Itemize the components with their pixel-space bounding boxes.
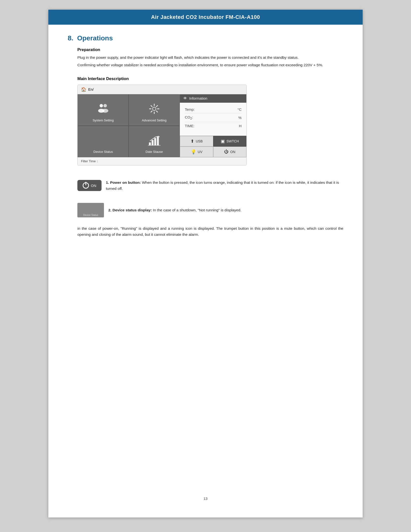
device-status-section: Device Status 2. Device status display: … bbox=[77, 203, 343, 217]
tile-advanced-setting-icon bbox=[148, 103, 160, 116]
svg-point-13 bbox=[153, 107, 156, 110]
svg-line-11 bbox=[156, 105, 158, 107]
btn-on[interactable]: ⏻ ON bbox=[213, 147, 246, 157]
device-status-description: 2. Device status display: In the case of… bbox=[108, 207, 343, 213]
uv-icon: 💡 bbox=[191, 149, 196, 154]
tile-system-setting-icon bbox=[97, 103, 110, 116]
on-icon: ⏻ bbox=[224, 149, 228, 154]
preparation-heading: Preparation bbox=[77, 48, 343, 52]
ui-info-header: 👁 Information bbox=[180, 94, 246, 103]
on-label: ON bbox=[230, 150, 235, 154]
usb-label: USB bbox=[196, 139, 203, 143]
main-interface-heading: Main Interface Description bbox=[77, 76, 343, 81]
tile-date-stause: Date Stause bbox=[129, 126, 180, 157]
svg-point-0 bbox=[100, 104, 103, 107]
device-status-para2-block: in the case of power-on, "Running" is di… bbox=[77, 226, 343, 239]
uv-label: UV bbox=[198, 150, 202, 154]
preparation-para1: Plug in the power supply, and the power … bbox=[77, 55, 343, 61]
power-button-description: 1. Power on button: When the button is p… bbox=[106, 180, 343, 192]
swtch-icon: ▣ bbox=[221, 139, 225, 144]
device-status-image: Device Status bbox=[77, 203, 104, 217]
ui-screenshot-panel: 🏠 En/ bbox=[77, 85, 247, 165]
device-status-desc-bold: 2. Device status display: bbox=[108, 208, 152, 212]
device-status-para2: in the case of power-on, "Running" is di… bbox=[77, 226, 343, 238]
svg-line-9 bbox=[151, 105, 152, 107]
info-val-temp: °C bbox=[237, 107, 242, 112]
btn-uv[interactable]: 💡 UV bbox=[180, 147, 213, 157]
usb-icon: ⬆ bbox=[190, 139, 194, 144]
info-header-label: Information bbox=[189, 96, 207, 100]
svg-rect-14 bbox=[149, 142, 151, 145]
topbar-path: En/ bbox=[88, 87, 94, 91]
info-key-co2: CO2: bbox=[185, 115, 193, 120]
svg-rect-16 bbox=[154, 138, 156, 145]
svg-line-12 bbox=[151, 111, 152, 113]
svg-rect-17 bbox=[157, 137, 159, 145]
section-title: 8. Operations bbox=[68, 34, 113, 42]
tile-system-setting-label: System Setting bbox=[93, 118, 114, 122]
tile-device-status: Device Status bbox=[78, 126, 129, 157]
ui-topbar: 🏠 En/ bbox=[78, 85, 246, 94]
btn-usb[interactable]: ⬆ USB bbox=[180, 136, 213, 147]
swtch-label: SWTCH bbox=[226, 139, 239, 143]
page-header: Air Jacketed CO2 Incubator FM-CIA-A100 bbox=[48, 10, 363, 25]
info-row-temp: Temp: °C bbox=[185, 106, 242, 114]
tile-date-stause-icon bbox=[148, 136, 160, 147]
page-number: 13 bbox=[68, 492, 343, 503]
ui-info-body: Temp: °C CO2: % TIME: H bbox=[180, 103, 246, 136]
ui-right-panel: 👁 Information Temp: °C CO2: bbox=[180, 94, 246, 157]
info-val-co2: % bbox=[238, 116, 242, 120]
device-status-label: Device Status bbox=[83, 214, 98, 216]
tile-date-stause-label: Date Stause bbox=[146, 150, 163, 153]
power-button-image: ON bbox=[77, 180, 102, 191]
info-row-time: TIME: H bbox=[185, 122, 242, 130]
power-button-label: ON bbox=[91, 183, 96, 188]
tile-advanced-setting: Advanced Setting bbox=[129, 94, 180, 126]
page-content: 8. Operations Preparation Plug in the po… bbox=[48, 25, 363, 517]
power-button-desc-bold: 1. Power on button: bbox=[106, 180, 141, 184]
section-heading-block: 8. Operations bbox=[68, 34, 343, 42]
info-row-co2: CO2: % bbox=[185, 114, 242, 122]
btn-swtch[interactable]: ▣ SWTCH bbox=[213, 136, 246, 147]
ui-tiles-grid: System Setting bbox=[78, 94, 180, 157]
main-interface-block: Main Interface Description 🏠 En/ bbox=[77, 76, 343, 165]
power-button-desc-text: When the button is pressed, the icon tur… bbox=[106, 180, 339, 191]
svg-point-3 bbox=[102, 109, 108, 113]
power-button-section: ON 1. Power on button: When the button i… bbox=[77, 180, 343, 192]
home-icon: 🏠 bbox=[81, 87, 86, 92]
svg-point-2 bbox=[103, 104, 107, 107]
svg-line-10 bbox=[156, 111, 158, 113]
svg-rect-15 bbox=[152, 140, 154, 145]
ui-btn-grid: ⬆ USB ▣ SWTCH 💡 UV bbox=[180, 136, 246, 157]
ui-filter-bar: Filter Time： bbox=[78, 157, 246, 165]
preparation-block: Preparation Plug in the power supply, an… bbox=[77, 48, 343, 70]
info-eye-icon: 👁 bbox=[183, 96, 187, 101]
preparation-para2: Confirming whether voltage stabilizer is… bbox=[77, 62, 343, 68]
header-title: Air Jacketed CO2 Incubator FM-CIA-A100 bbox=[151, 14, 260, 20]
info-val-time: H bbox=[239, 124, 242, 128]
tile-device-status-label: Device Status bbox=[93, 150, 113, 153]
ui-panel-inner: 🏠 En/ bbox=[78, 85, 246, 165]
info-key-temp: Temp: bbox=[185, 107, 195, 112]
info-key-time: TIME: bbox=[185, 124, 194, 128]
device-status-desc-text: In the case of a shutdown, "Not running"… bbox=[152, 208, 241, 212]
ui-main-area: System Setting bbox=[78, 94, 246, 157]
document-page: Air Jacketed CO2 Incubator FM-CIA-A100 8… bbox=[48, 10, 363, 517]
tile-advanced-setting-label: Advanced Setting bbox=[142, 118, 167, 122]
power-icon bbox=[83, 182, 89, 189]
tile-system-setting: System Setting bbox=[78, 94, 129, 126]
